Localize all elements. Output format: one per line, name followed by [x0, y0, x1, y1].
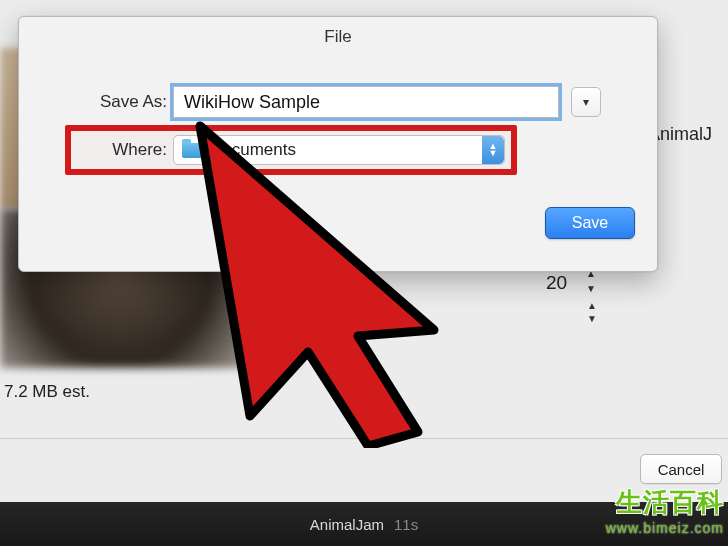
where-dropdown[interactable]: Documents ▲▼ [173, 135, 505, 165]
where-label: Where: [75, 140, 173, 160]
where-row: Where: Documents ▲▼ [75, 133, 505, 167]
chevron-down-icon: ▾ [583, 95, 589, 109]
sheet-title: File [19, 27, 657, 47]
stepper-control-2[interactable]: ▲ ▼ [583, 300, 601, 324]
save-as-label: Save As: [75, 92, 173, 112]
expand-dialog-button[interactable]: ▾ [571, 87, 601, 117]
stepper-up-icon: ▲ [587, 300, 597, 311]
clip-name: AnimalJam [310, 516, 384, 533]
watermark-url: www.bimeiz.com [606, 520, 724, 536]
folder-icon [182, 143, 202, 158]
clip-duration: 11s [394, 516, 418, 533]
save-button[interactable]: Save [545, 207, 635, 239]
file-size-estimate: 7.2 MB est. [4, 382, 90, 402]
watermark: 生活百科 www.bimeiz.com [606, 485, 724, 536]
where-selected-value: Documents [210, 140, 296, 160]
numeric-value: 20 [546, 272, 567, 294]
screenshot-root: 7.2 MB est. AnimalJ 20 ▲ ▼ ▲ ▼ Cancel Fi… [0, 0, 728, 546]
cancel-button[interactable]: Cancel [640, 454, 722, 484]
save-sheet: File Save As: ▾ Where: Documents ▲▼ Save [18, 16, 658, 272]
watermark-text: 生活百科 [606, 485, 724, 520]
save-as-row: Save As: ▾ [75, 85, 601, 119]
updown-icon: ▲▼ [482, 136, 504, 164]
stepper-down-icon: ▼ [587, 313, 597, 324]
horizontal-divider [0, 438, 728, 439]
stepper-down-icon: ▼ [586, 283, 596, 294]
save-as-input[interactable] [173, 86, 559, 118]
